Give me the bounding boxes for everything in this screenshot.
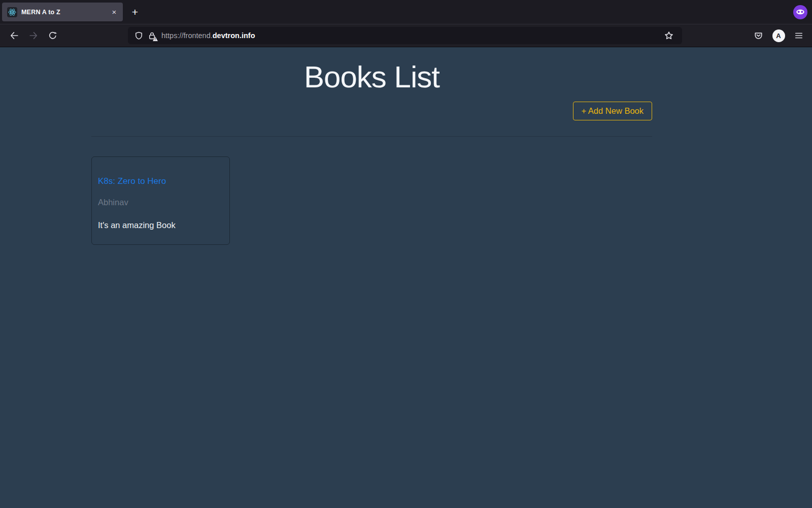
url-prefix: https://frontend. xyxy=(161,31,213,40)
account-avatar: A xyxy=(772,29,785,42)
book-title-link[interactable]: K8s: Zero to Hero xyxy=(98,176,166,186)
book-card: K8s: Zero to Hero Abhinav It's an amazin… xyxy=(91,156,230,245)
tab-title: MERN A to Z xyxy=(21,9,109,16)
content-container: Books List + Add New Book K8s: Zero to H… xyxy=(91,59,652,245)
page-title: Books List xyxy=(91,59,652,94)
bookmark-star-button[interactable] xyxy=(660,27,678,44)
button-row: + Add New Book xyxy=(91,102,652,120)
url-text: https://frontend.devtron.info xyxy=(161,31,660,40)
forward-button[interactable] xyxy=(24,27,43,44)
new-tab-button[interactable]: + xyxy=(127,5,143,20)
reload-button[interactable] xyxy=(44,27,62,44)
tab-mern-a-to-z[interactable]: MERN A to Z × xyxy=(2,3,123,21)
toolbar-right-icons: A xyxy=(749,27,812,44)
tab-bar: MERN A to Z × + xyxy=(0,0,812,24)
url-domain: devtron.info xyxy=(213,31,255,40)
lock-warning-icon[interactable] xyxy=(145,29,158,42)
divider xyxy=(91,136,652,137)
react-logo-icon xyxy=(7,7,17,17)
url-bar[interactable]: https://frontend.devtron.info xyxy=(128,27,682,44)
account-button[interactable]: A xyxy=(769,27,788,44)
menu-icon[interactable] xyxy=(790,27,808,44)
private-browsing-mask-icon xyxy=(793,5,807,19)
navigation-toolbar: https://frontend.devtron.info A xyxy=(0,24,812,47)
tab-close-icon[interactable]: × xyxy=(109,7,120,18)
add-new-book-button[interactable]: + Add New Book xyxy=(573,102,652,120)
book-author: Abhinav xyxy=(98,198,223,207)
book-description: It's an amazing Book xyxy=(98,220,223,230)
shield-icon[interactable] xyxy=(132,29,145,42)
pocket-icon[interactable] xyxy=(749,27,767,44)
back-button[interactable] xyxy=(5,27,23,44)
page-content: Books List + Add New Book K8s: Zero to H… xyxy=(0,47,812,507)
